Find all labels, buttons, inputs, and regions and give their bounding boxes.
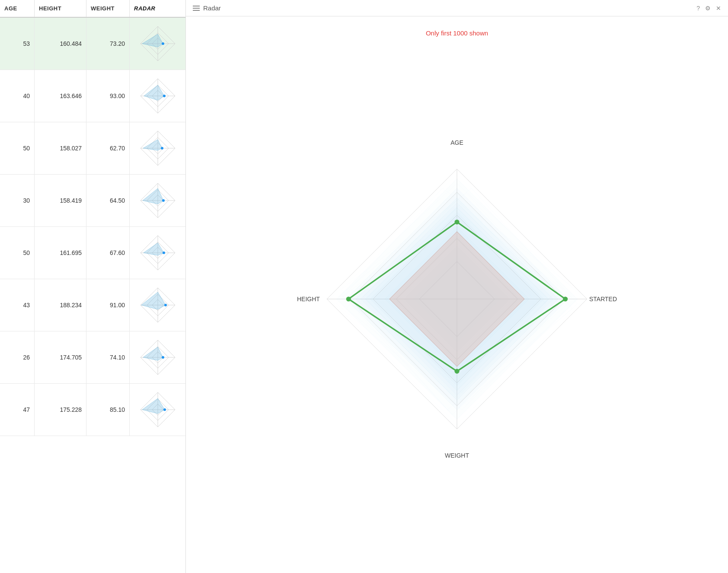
help-icon[interactable]: ? <box>696 5 700 12</box>
mini-radar-svg <box>136 388 179 431</box>
svg-point-13 <box>163 95 166 97</box>
close-icon[interactable]: ✕ <box>716 5 721 12</box>
only-first-label: Only first 1000 shown <box>426 29 488 37</box>
cell-radar <box>130 122 185 174</box>
cell-weight: 67.60 <box>86 227 130 279</box>
table-panel: AGE HEIGHT WEIGHT radar 53160.48473.20 4… <box>0 0 186 573</box>
cell-height: 174.705 <box>35 331 86 383</box>
cell-radar <box>130 18 185 70</box>
cell-age: 30 <box>0 175 35 226</box>
cell-height: 161.695 <box>35 227 86 279</box>
table-body[interactable]: 53160.48473.20 40163.64693.00 50158. <box>0 18 185 573</box>
cell-radar <box>130 331 185 383</box>
col-age: AGE <box>0 0 35 17</box>
col-weight: WEIGHT <box>86 0 130 17</box>
mini-radar-svg <box>136 74 179 118</box>
table-row[interactable]: 50158.02762.70 <box>0 122 185 175</box>
axis-label-age: AGE <box>450 139 463 146</box>
svg-point-104 <box>454 369 459 374</box>
axis-label-height: HEIGHT <box>297 296 320 302</box>
cell-weight: 74.10 <box>86 331 130 383</box>
cell-weight: 62.70 <box>86 122 130 174</box>
mini-radar-svg <box>136 22 179 65</box>
chart-body: Only first 1000 shown AGE WEIGHT HEIGHT … <box>186 16 728 573</box>
cell-weight: 93.00 <box>86 70 130 122</box>
hamburger-icon[interactable] <box>193 6 200 11</box>
chart-panel: Radar ? ⚙ ✕ Only first 1000 shown AGE WE… <box>186 0 728 573</box>
cell-weight: 73.20 <box>86 18 130 70</box>
cell-radar <box>130 175 185 226</box>
cell-radar <box>130 70 185 122</box>
col-height: HEIGHT <box>35 0 86 17</box>
cell-weight: 85.10 <box>86 384 130 436</box>
svg-marker-54 <box>142 398 165 414</box>
cell-weight: 64.50 <box>86 175 130 226</box>
cell-height: 160.484 <box>35 18 86 70</box>
table-row[interactable]: 30158.41964.50 <box>0 175 185 227</box>
chart-title-area: Radar <box>193 4 221 12</box>
cell-age: 50 <box>0 227 35 279</box>
table-row[interactable]: 43188.23491.00 <box>0 279 185 331</box>
axis-label-weight: WEIGHT <box>445 452 469 459</box>
svg-marker-12 <box>144 85 164 100</box>
cell-radar <box>130 384 185 436</box>
svg-point-6 <box>162 42 164 45</box>
svg-point-55 <box>163 408 166 411</box>
radar-container: AGE WEIGHT HEIGHT STARTED <box>288 131 626 468</box>
svg-marker-26 <box>143 188 163 204</box>
header-actions: ? ⚙ ✕ <box>696 5 721 12</box>
svg-point-27 <box>162 199 165 202</box>
cell-age: 47 <box>0 384 35 436</box>
axis-label-started: STARTED <box>589 296 617 302</box>
mini-radar-svg <box>136 231 179 274</box>
table-header: AGE HEIGHT WEIGHT radar <box>0 0 185 18</box>
settings-icon[interactable]: ⚙ <box>705 5 711 12</box>
svg-marker-19 <box>143 140 162 150</box>
table-row[interactable]: 53160.48473.20 <box>0 18 185 70</box>
svg-marker-5 <box>142 34 163 47</box>
cell-height: 163.646 <box>35 70 86 122</box>
cell-age: 53 <box>0 18 35 70</box>
cell-age: 26 <box>0 331 35 383</box>
chart-title: Radar <box>203 4 221 12</box>
mini-radar-svg <box>136 179 179 222</box>
svg-marker-33 <box>144 243 164 255</box>
svg-point-103 <box>346 296 351 301</box>
cell-age: 43 <box>0 279 35 331</box>
svg-point-48 <box>162 356 164 359</box>
chart-header: Radar ? ⚙ ✕ <box>186 0 728 16</box>
svg-point-102 <box>454 220 459 224</box>
table-row[interactable]: 40163.64693.00 <box>0 70 185 122</box>
table-row[interactable]: 47175.22885.10 <box>0 384 185 436</box>
mini-radar-svg <box>136 283 179 327</box>
cell-radar <box>130 279 185 331</box>
svg-point-41 <box>164 304 167 306</box>
svg-point-34 <box>163 251 165 254</box>
table-row[interactable]: 26174.70574.10 <box>0 331 185 384</box>
cell-height: 175.228 <box>35 384 86 436</box>
cell-height: 158.419 <box>35 175 86 226</box>
svg-point-20 <box>161 147 163 150</box>
cell-height: 158.027 <box>35 122 86 174</box>
cell-radar <box>130 227 185 279</box>
cell-height: 188.234 <box>35 279 86 331</box>
col-radar: radar <box>130 0 185 17</box>
mini-radar-svg <box>136 336 179 379</box>
mini-radar-svg <box>136 127 179 170</box>
table-row[interactable]: 50161.69567.60 <box>0 227 185 279</box>
cell-age: 50 <box>0 122 35 174</box>
svg-point-105 <box>563 296 568 301</box>
cell-weight: 91.00 <box>86 279 130 331</box>
radar-chart-svg <box>288 131 626 468</box>
cell-age: 40 <box>0 70 35 122</box>
